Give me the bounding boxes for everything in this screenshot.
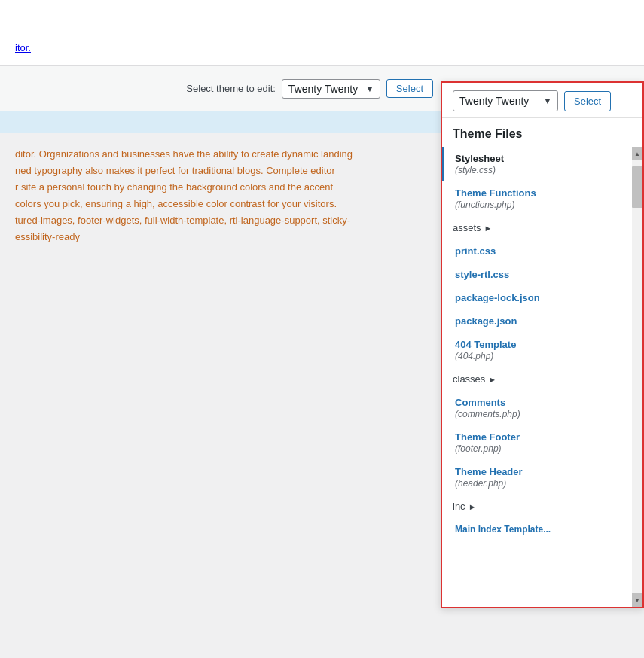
select-theme-label: Select theme to edit: <box>186 83 276 94</box>
file-sub-404-template: (404.php) <box>455 351 621 361</box>
main-wrapper: itor. Select theme to edit: Twenty Twent… <box>0 0 644 658</box>
folder-arrow-classes: ► <box>488 375 496 384</box>
file-sub-stylesheet: (style.css) <box>455 165 621 175</box>
folder-label-assets: assets <box>453 222 481 233</box>
file-name-main-template: Main Index Template... <box>455 524 621 535</box>
body-line-1: ditor. Organizations and businesses have… <box>15 148 353 160</box>
folder-arrow-inc: ► <box>469 502 477 511</box>
panel-title: Theme Files <box>442 118 642 147</box>
file-name-404-template: 404 Template <box>455 339 621 350</box>
scrollbar-down-button[interactable]: ▼ <box>632 593 642 607</box>
body-line-5: tured-images, footer-widgets, full-width… <box>15 215 350 226</box>
file-name-theme-functions: Theme Functions <box>455 187 621 199</box>
top-link-area: itor. <box>0 0 644 66</box>
folder-item-inc[interactable]: inc ► <box>442 495 632 518</box>
folder-item-assets[interactable]: assets ► <box>442 216 632 239</box>
theme-dropdown[interactable]: Twenty Twenty <box>282 79 380 99</box>
file-item-style-rtl[interactable]: style-rtl.css <box>442 263 632 286</box>
panel-header-row: Twenty Twenty ▼ Select <box>442 83 642 118</box>
body-line-3: r site a personal touch by changing the … <box>15 181 333 193</box>
scrollbar: ▲ ▼ <box>632 147 642 607</box>
file-item-print-css[interactable]: print.css <box>442 239 632 263</box>
file-item-theme-header[interactable]: Theme Header (header.php) <box>442 460 632 495</box>
file-sub-theme-header: (header.php) <box>455 478 621 489</box>
file-name-theme-footer: Theme Footer <box>455 431 621 443</box>
file-name-stylesheet: Stylesheet <box>455 153 621 164</box>
file-item-package-json[interactable]: package.json <box>442 309 632 333</box>
file-name-style-rtl: style-rtl.css <box>455 269 621 280</box>
scrollbar-thumb <box>632 166 642 208</box>
theme-files-panel: Twenty Twenty ▼ Select Theme Files Style… <box>441 81 644 608</box>
file-sub-theme-functions: (functions.php) <box>455 200 621 210</box>
folder-label-classes: classes <box>453 373 485 385</box>
file-item-404-template[interactable]: 404 Template (404.php) <box>442 333 632 367</box>
file-item-stylesheet[interactable]: Stylesheet (style.css) <box>442 147 632 181</box>
body-text: ditor. Organizations and businesses have… <box>15 146 429 246</box>
editor-link[interactable]: itor. <box>15 42 31 53</box>
file-list[interactable]: Stylesheet (style.css) Theme Functions (… <box>442 147 632 607</box>
folder-arrow-assets: ► <box>484 224 493 233</box>
file-item-theme-functions[interactable]: Theme Functions (functions.php) <box>442 181 632 216</box>
scrollbar-track <box>632 160 642 593</box>
file-item-main-template[interactable]: Main Index Template... <box>442 518 632 536</box>
file-name-comments: Comments <box>455 397 621 408</box>
scrollbar-up-button[interactable]: ▲ <box>632 147 642 160</box>
file-sub-theme-footer: (footer.php) <box>455 443 621 454</box>
file-name-package-json: package.json <box>455 315 621 327</box>
file-item-package-lock[interactable]: package-lock.json <box>442 286 632 309</box>
file-item-comments[interactable]: Comments (comments.php) <box>442 391 632 425</box>
file-name-print-css: print.css <box>455 245 621 257</box>
panel-theme-dropdown[interactable]: Twenty Twenty <box>453 90 558 111</box>
folder-label-inc: inc <box>453 501 465 512</box>
body-line-6: essibility-ready <box>15 231 80 242</box>
theme-dropdown-wrapper: Twenty Twenty ▼ <box>282 79 380 99</box>
theme-select-group: Twenty Twenty ▼ Select <box>282 79 433 99</box>
file-item-theme-footer[interactable]: Theme Footer (footer.php) <box>442 425 632 460</box>
panel-dropdown-wrapper: Twenty Twenty ▼ <box>453 90 558 111</box>
file-list-inner: Stylesheet (style.css) Theme Functions (… <box>442 147 632 536</box>
file-name-package-lock: package-lock.json <box>455 292 621 303</box>
body-line-4: colors you pick, ensuring a high, access… <box>15 198 337 209</box>
select-theme-button[interactable]: Select <box>386 79 433 98</box>
panel-select-button[interactable]: Select <box>564 91 611 111</box>
body-line-2: ned typography also makes it perfect for… <box>15 165 335 176</box>
folder-item-classes[interactable]: classes ► <box>442 367 632 391</box>
file-sub-comments: (comments.php) <box>455 409 621 419</box>
file-name-theme-header: Theme Header <box>455 466 621 477</box>
